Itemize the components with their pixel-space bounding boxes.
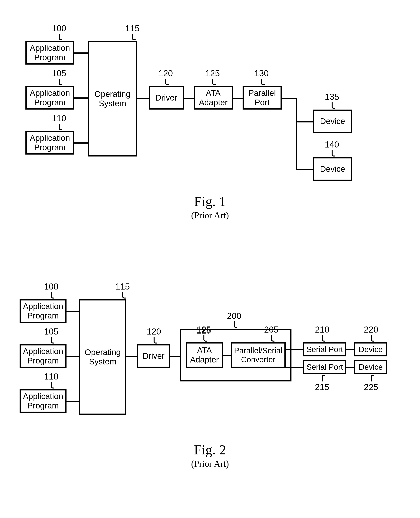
operating-system: Operating System [88,41,137,157]
connector [74,98,88,99]
label: Application Program [23,392,63,411]
ref-105: 105 [44,327,58,337]
caption-title: Fig. 1 [0,194,420,209]
label: Serial Port [307,345,343,354]
ref-120: 120 [158,68,173,78]
driver: Driver [149,86,184,110]
lead-icon [332,102,335,109]
label: Application Program [30,133,70,152]
app-program-2: Application Program [20,344,67,368]
label: Application Program [23,347,63,366]
ref-220: 220 [364,325,378,335]
ata-adapter: ATA Adapter [186,342,223,368]
label: Device [320,117,345,126]
label: Device [320,164,345,174]
connector [137,98,149,99]
label: Application Program [23,302,63,321]
ref-105: 105 [52,68,66,78]
figure-1: 100 Application Program 105 Application … [0,0,420,225]
caption-sub: (Prior Art) [0,458,420,469]
lead-icon [154,337,157,344]
label: Operating System [95,90,130,108]
figure-2-caption: Fig. 2 (Prior Art) [0,442,420,469]
lead-icon [271,335,274,342]
lead-icon [322,375,325,382]
device-2: Device [313,157,352,181]
ref-205: 205 [264,325,278,335]
device-1: Device [354,342,387,356]
connector [233,98,243,99]
connector [184,98,194,99]
label: Operating System [85,348,121,367]
ata-adapter: ATA Adapter [194,86,233,110]
ref-110: 110 [52,113,66,123]
connector [292,367,303,368]
lead-icon [59,124,62,130]
connector [296,98,297,170]
connector [296,121,313,122]
app-program-1: Application Program [20,299,67,323]
lead-icon [165,79,169,85]
connector [74,143,88,143]
operating-system: Operating System [79,299,126,415]
lead-icon [122,292,126,299]
connector [170,356,180,357]
lead-icon [332,150,335,157]
lead-icon [51,382,54,389]
figure-1-caption: Fig. 1 (Prior Art) [0,194,420,220]
label: Application Program [30,88,70,107]
ref-115: 115 [125,23,140,33]
device-2: Device [354,360,387,374]
figure-2: 100 Application Program 105 Application … [0,258,420,483]
label: Parallel Port [248,88,276,107]
ref-125: 125 [205,68,220,78]
app-program-3: Application Program [20,389,67,413]
parallel-serial-converter: Parallel/Serial Converter [231,342,286,368]
connector [286,349,292,350]
connector [286,367,292,368]
ref-115: 115 [115,282,130,292]
ref-125: 125 [197,325,211,335]
connector [67,311,79,312]
label: ATA Adapter [190,346,219,365]
connector [296,169,313,170]
driver: Driver [137,344,170,368]
label: Parallel/Serial Converter [234,346,283,364]
label: Device [359,362,383,371]
label: Application Program [30,43,70,62]
serial-port-1: Serial Port [303,342,346,356]
ref-135: 135 [325,92,339,102]
connector [126,356,137,357]
label: Device [359,345,383,354]
lead-icon [371,335,374,342]
caption-title: Fig. 2 [0,442,420,458]
lead-icon [322,335,325,342]
label: Serial Port [307,362,343,371]
ref-215: 215 [315,382,329,392]
connector [346,349,354,350]
connector [282,98,297,99]
parallel-port: Parallel Port [243,86,282,110]
serial-port-2: Serial Port [303,360,346,374]
lead-icon [132,34,135,40]
lead-icon [203,335,207,342]
lead-icon [212,79,216,85]
lead-icon [51,292,54,299]
lead-icon [59,79,62,85]
ref-120: 120 [147,327,161,337]
connector [74,53,88,54]
lead-icon [59,34,62,40]
lead-icon [371,375,374,382]
connector [223,355,231,356]
device-1: Device [313,110,352,133]
ref-225: 225 [364,382,378,392]
lead-icon [234,321,237,328]
lead-icon [261,79,265,85]
label: Driver [142,351,165,361]
ref-210: 210 [315,325,329,335]
connector [346,367,354,368]
ref-110: 110 [44,372,58,382]
connector [67,356,79,357]
app-program-1: Application Program [25,41,74,65]
label: ATA Adapter [199,88,227,107]
